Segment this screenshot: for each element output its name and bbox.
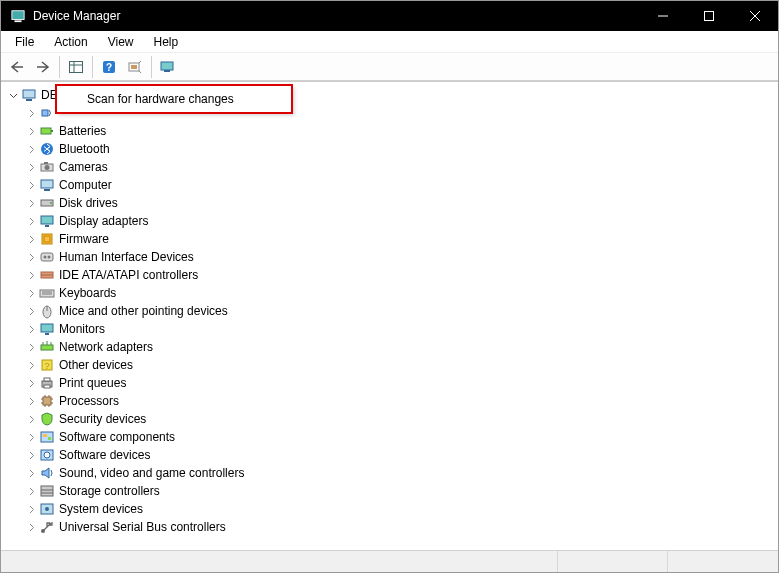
chevron-right-icon[interactable] bbox=[25, 215, 37, 227]
svg-rect-0 bbox=[12, 11, 24, 20]
chevron-down-icon[interactable] bbox=[7, 89, 19, 101]
tree-item[interactable]: Display adapters bbox=[5, 212, 774, 230]
hid-icon bbox=[39, 249, 55, 265]
menu-action[interactable]: Action bbox=[44, 33, 97, 51]
tree-item-label[interactable]: Monitors bbox=[59, 320, 105, 338]
display-icon bbox=[39, 213, 55, 229]
tree-item-label[interactable]: Other devices bbox=[59, 356, 133, 374]
forward-button[interactable] bbox=[31, 56, 55, 78]
chevron-right-icon[interactable] bbox=[25, 251, 37, 263]
chevron-right-icon[interactable] bbox=[25, 161, 37, 173]
svg-rect-63 bbox=[43, 434, 47, 437]
chevron-right-icon[interactable] bbox=[25, 233, 37, 245]
print-icon bbox=[39, 375, 55, 391]
minimize-button[interactable] bbox=[640, 1, 686, 31]
tree-item[interactable]: Keyboards bbox=[5, 284, 774, 302]
tree-item[interactable]: Bluetooth bbox=[5, 140, 774, 158]
tree-item[interactable]: Mice and other pointing devices bbox=[5, 302, 774, 320]
tree-item-label[interactable]: Network adapters bbox=[59, 338, 153, 356]
tree-item-label[interactable]: IDE ATA/ATAPI controllers bbox=[59, 266, 198, 284]
tree-item[interactable]: Human Interface Devices bbox=[5, 248, 774, 266]
computer-root-icon bbox=[21, 87, 37, 103]
tree-item[interactable]: Software devices bbox=[5, 446, 774, 464]
tree-item[interactable]: IDE ATA/ATAPI controllers bbox=[5, 266, 774, 284]
chevron-right-icon[interactable] bbox=[25, 359, 37, 371]
tree-item-label[interactable]: Print queues bbox=[59, 374, 126, 392]
menu-help[interactable]: Help bbox=[144, 33, 189, 51]
svg-point-34 bbox=[48, 256, 51, 259]
scan-hardware-button[interactable] bbox=[123, 56, 147, 78]
svg-point-66 bbox=[44, 452, 50, 458]
chevron-right-icon[interactable] bbox=[25, 413, 37, 425]
chevron-right-icon[interactable] bbox=[25, 305, 37, 317]
tree-item[interactable]: Cameras bbox=[5, 158, 774, 176]
chevron-right-icon[interactable] bbox=[25, 323, 37, 335]
cpu-icon bbox=[39, 393, 55, 409]
tree-item-label[interactable]: Universal Serial Bus controllers bbox=[59, 518, 226, 536]
chevron-right-icon[interactable] bbox=[25, 143, 37, 155]
tree-item-label[interactable]: Processors bbox=[59, 392, 119, 410]
tree-item-label[interactable]: Bluetooth bbox=[59, 140, 110, 158]
chevron-right-icon[interactable] bbox=[25, 431, 37, 443]
tree-item-label[interactable]: Mice and other pointing devices bbox=[59, 302, 228, 320]
tree-item-label[interactable]: Computer bbox=[59, 176, 112, 194]
tree-item-label[interactable]: Cameras bbox=[59, 158, 108, 176]
tree-item[interactable]: Print queues bbox=[5, 374, 774, 392]
menu-file[interactable]: File bbox=[5, 33, 44, 51]
chevron-right-icon[interactable] bbox=[25, 269, 37, 281]
svg-point-22 bbox=[45, 165, 50, 170]
tree-item-label[interactable]: Disk drives bbox=[59, 194, 118, 212]
show-hide-tree-button[interactable] bbox=[64, 56, 88, 78]
tree-item[interactable]: Firmware bbox=[5, 230, 774, 248]
svg-rect-18 bbox=[41, 128, 51, 134]
close-button[interactable] bbox=[732, 1, 778, 31]
tree-item[interactable]: Security devices bbox=[5, 410, 774, 428]
tree-item-label[interactable]: Sound, video and game controllers bbox=[59, 464, 244, 482]
tree-item[interactable]: Computer bbox=[5, 176, 774, 194]
chevron-right-icon[interactable] bbox=[25, 521, 37, 533]
tree-item-label[interactable]: Firmware bbox=[59, 230, 109, 248]
chevron-right-icon[interactable] bbox=[25, 197, 37, 209]
tree-item-label[interactable]: Batteries bbox=[59, 122, 106, 140]
tree-item[interactable]: Sound, video and game controllers bbox=[5, 464, 774, 482]
chevron-right-icon[interactable] bbox=[25, 485, 37, 497]
chevron-right-icon[interactable] bbox=[25, 503, 37, 515]
tree-item-label[interactable]: Software devices bbox=[59, 446, 150, 464]
tree-item[interactable]: ?Other devices bbox=[5, 356, 774, 374]
back-button[interactable] bbox=[5, 56, 29, 78]
svg-rect-51 bbox=[44, 378, 50, 381]
tree-item[interactable]: Processors bbox=[5, 392, 774, 410]
svg-rect-64 bbox=[48, 437, 51, 440]
tree-item[interactable]: System devices bbox=[5, 500, 774, 518]
chevron-right-icon[interactable] bbox=[25, 377, 37, 389]
tree-item-label[interactable]: Software components bbox=[59, 428, 175, 446]
maximize-button[interactable] bbox=[686, 1, 732, 31]
tree-item-label[interactable]: Human Interface Devices bbox=[59, 248, 194, 266]
context-scan-hardware[interactable]: Scan for hardware changes bbox=[59, 88, 289, 110]
tree-item-label[interactable]: System devices bbox=[59, 500, 143, 518]
tree-item[interactable]: Storage controllers bbox=[5, 482, 774, 500]
tree-item-label[interactable]: Storage controllers bbox=[59, 482, 160, 500]
mouse-icon bbox=[39, 303, 55, 319]
toolbar-separator bbox=[92, 56, 93, 78]
chevron-right-icon[interactable] bbox=[25, 395, 37, 407]
tree-item[interactable]: Disk drives bbox=[5, 194, 774, 212]
tree-item[interactable]: Batteries bbox=[5, 122, 774, 140]
chevron-right-icon[interactable] bbox=[25, 179, 37, 191]
tree-item-label[interactable]: Keyboards bbox=[59, 284, 116, 302]
devices-button[interactable] bbox=[156, 56, 180, 78]
help-button[interactable]: ? bbox=[97, 56, 121, 78]
chevron-right-icon[interactable] bbox=[25, 449, 37, 461]
tree-item-label[interactable]: Display adapters bbox=[59, 212, 148, 230]
chevron-right-icon[interactable] bbox=[25, 341, 37, 353]
chevron-right-icon[interactable] bbox=[25, 287, 37, 299]
chevron-right-icon[interactable] bbox=[25, 467, 37, 479]
tree-item-label[interactable]: Security devices bbox=[59, 410, 146, 428]
chevron-right-icon[interactable] bbox=[25, 107, 37, 119]
chevron-right-icon[interactable] bbox=[25, 125, 37, 137]
tree-item[interactable]: Universal Serial Bus controllers bbox=[5, 518, 774, 536]
tree-item[interactable]: Network adapters bbox=[5, 338, 774, 356]
tree-item[interactable]: Monitors bbox=[5, 320, 774, 338]
tree-item[interactable]: Software components bbox=[5, 428, 774, 446]
menu-view[interactable]: View bbox=[98, 33, 144, 51]
